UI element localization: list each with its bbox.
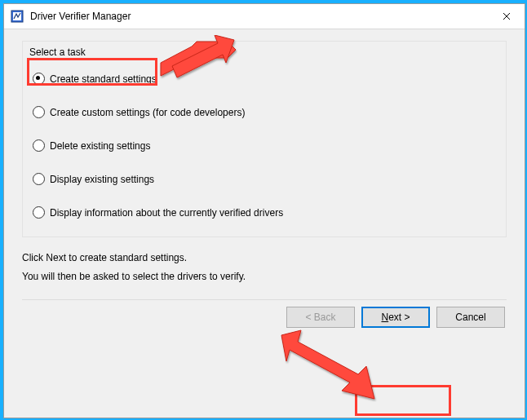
dialog-window: Driver Verifier Manager Select a task Cr… [3,3,525,418]
radio-display-info[interactable]: Display information about the currently … [33,206,501,219]
radio-label: Display information about the currently … [50,207,283,219]
radio-icon [33,139,45,152]
info-text: Click Next to create standard settings. … [22,249,507,286]
dialog-body: Select a task Create standard settings C… [4,29,525,418]
radio-icon [33,173,45,185]
radio-delete-existing[interactable]: Delete existing settings [33,139,501,152]
button-row: < Back Next > Cancel [22,307,507,328]
next-button[interactable]: Next > [361,307,430,328]
info-line1: Click Next to create standard settings. [22,249,507,267]
radio-label: Create custom settings (for code develop… [50,107,245,118]
radio-label: Delete existing settings [50,140,150,152]
verifier-app-icon [11,10,24,23]
close-button[interactable] [489,4,525,29]
title-bar: Driver Verifier Manager [4,4,525,29]
radio-label: Display existing settings [50,174,154,185]
close-icon [503,12,511,20]
radio-create-custom[interactable]: Create custom settings (for code develop… [33,106,501,118]
back-button: < Back [286,307,355,328]
radio-display-existing[interactable]: Display existing settings [33,173,501,185]
info-line2: You will then be asked to select the dri… [22,267,507,286]
cancel-label: Cancel [455,312,485,323]
separator [22,299,507,300]
back-label: < Back [305,312,335,323]
radio-icon [33,206,45,219]
radio-icon [33,73,45,85]
radio-label: Create standard settings [50,73,157,85]
group-label: Select a task [28,46,87,58]
window-title: Driver Verifier Manager [30,11,489,22]
cancel-button[interactable]: Cancel [436,307,505,328]
next-label: Next > [381,312,410,323]
radio-create-standard[interactable]: Create standard settings [33,73,501,85]
radio-icon [33,106,45,118]
task-group: Select a task Create standard settings C… [22,41,507,237]
